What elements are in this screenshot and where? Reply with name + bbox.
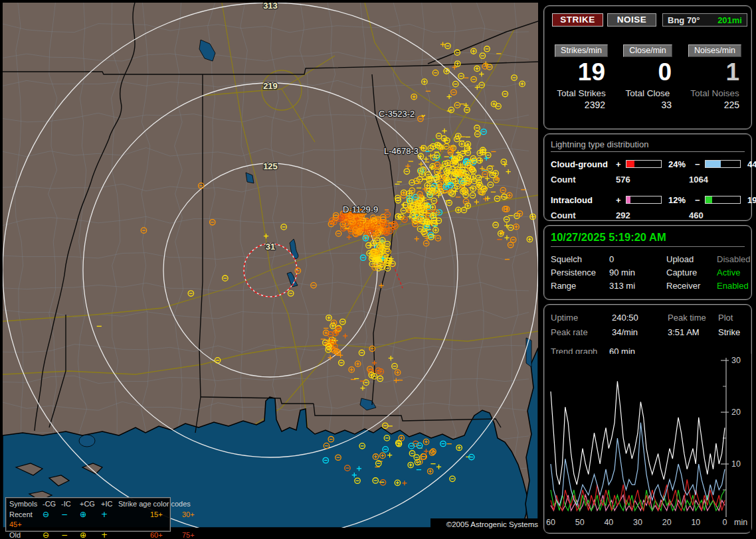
legend-row-old: Old⊖−⊕+60+75+90+ [9,530,167,539]
cg-plus-count: 576 [616,175,689,185]
strike-stats-box: STRIKE NOISE Bng 70° 201mi Strikes/min 1… [543,5,752,129]
total-close-label: Total Close [614,88,681,98]
close-column: Close/min 0 Total Close 33 [614,44,681,110]
receiver-value: Enabled [717,281,749,291]
strikes-column: Strikes/min 19 Total Strikes 2392 [548,44,614,110]
age-code: 30+ [182,510,211,520]
range-label: Range [551,281,609,291]
cell-label: L-4678-3 [384,146,419,156]
uptime-row: Uptime 240:50 Peak time Plot [551,310,745,325]
status-box: 10/27/2025 5:19:20 AM Squelch 0 Upload D… [543,225,752,300]
capture-label: Capture [666,268,717,277]
close-per-min-button[interactable]: Close/min [623,44,672,57]
legend-col-pic: +IC [101,499,118,510]
ic-plus-pct: 12% [664,195,695,205]
status-row: Squelch 0 Upload Disabled [551,252,745,266]
noises-rate: 1 [681,58,749,86]
copyright-text: ©2005 Astrogenic Systems [430,518,541,532]
intracloud-row: Intracloud + 12% − 19% [551,193,745,207]
cg-count-label: Count [551,175,616,185]
capture-value: Active [717,268,745,277]
strikes-rate: 19 [548,58,614,86]
uptime-value: 240:50 [612,313,668,323]
svg-text:0: 0 [723,518,727,527]
legend-symbol--IC: − [61,530,80,539]
squelch-value: 0 [609,254,666,264]
noises-column: Noises/min 1 Total Noises 225 [681,44,749,110]
legend-symbol--IC: − [61,510,80,520]
legend-symbol--CG: ⊖ [43,530,61,539]
svg-text:31: 31 [266,242,275,252]
total-noises-label: Total Noises [681,88,749,98]
cg-minus-bar [705,160,741,168]
svg-text:20: 20 [662,518,672,527]
strikes-per-min-button[interactable]: Strikes/min [555,44,608,57]
cell-label: D-1129-9 [343,204,378,214]
lightning-distribution-box: Lightning type distribution Cloud-ground… [543,133,752,221]
svg-text:50: 50 [575,518,585,527]
svg-text:−: − [425,147,430,156]
plus-sign: + [616,159,626,169]
svg-text:min: min [734,518,747,527]
svg-text:125: 125 [263,161,278,171]
svg-text:219: 219 [263,81,278,91]
legend-age-title: Strike age color codes [118,499,211,510]
receiver-label: Receiver [666,281,717,291]
svg-text:30: 30 [633,518,642,527]
status-row: Persistence 90 min Capture Active [551,266,745,279]
noises-per-min-button[interactable]: Noises/min [688,44,741,57]
cg-minus-count: 1064 [689,175,745,185]
legend-symbol-+IC: + [101,530,118,539]
total-close-value: 33 [614,100,681,110]
age-code: 45+ [9,520,43,530]
bearing-label: Bng 70° [668,15,700,25]
upload-label: Upload [666,254,717,264]
ic-minus-bar [705,196,741,204]
range-value: 201mi [717,15,742,25]
svg-text:⌄: ⌄ [420,110,426,119]
svg-text:40: 40 [604,518,613,527]
age-code: 75+ [182,530,211,539]
stat-grid: Strikes/min 19 Total Strikes 2392 Close/… [548,44,749,110]
legend-col-pcg: +CG [80,499,101,510]
cg-count-row: Count 576 1064 [551,171,745,187]
svg-text:20: 20 [731,408,741,417]
svg-text:10: 10 [691,518,700,527]
intracloud-label: Intracloud [551,195,616,205]
age-code: 60+ [150,530,182,539]
trend-box: Uptime 240:50 Peak time Plot Peak rate 3… [543,304,752,534]
cloud-ground-row: Cloud-ground + 24% − 44% [551,157,745,171]
peak-rate-value: 34/min [612,327,668,337]
legend-header-row: Symbols -CG -IC +CG +IC Strike age color… [9,499,167,510]
legend-col-ncg: -CG [43,499,61,510]
total-strikes-label: Total Strikes [548,88,614,98]
status-row: Range 313 mi Receiver Enabled [551,279,745,292]
svg-text:60: 60 [546,518,555,527]
map-canvas[interactable]: 31125219313C-3523-2⌄L-4678-3−D-1129-9− [3,3,538,528]
plus-sign: + [616,195,626,205]
strike-button[interactable]: STRIKE [552,13,603,27]
minus-sign: − [695,195,705,205]
ic-minus-pct: 19% [743,195,756,205]
cg-plus-bar [626,160,662,168]
ic-plus-count: 292 [616,210,689,220]
close-rate: 0 [614,58,681,86]
bearing-range-display: Bng 70° 201mi [662,13,747,27]
map-svg: 31125219313C-3523-2⌄L-4678-3−D-1129-9− [3,3,538,528]
plot-value: Strike [718,327,745,337]
trend-chart: 1020306050403020100min [545,354,751,532]
cloud-ground-label: Cloud-ground [551,159,616,169]
peak-rate-row: Peak rate 34/min 3:51 AM Strike [551,325,745,339]
noise-button[interactable]: NOISE [607,13,656,27]
total-noises-value: 225 [681,100,749,110]
upload-value: Disabled [717,254,751,264]
minus-sign: − [695,159,705,169]
legend-symbol-+CG: ⊕ [80,510,101,520]
squelch-label: Squelch [551,254,609,264]
peak-time-label: Peak time [668,313,718,323]
legend-symbols-label: Symbols [9,499,43,510]
total-strikes-value: 2392 [548,100,614,110]
peak-rate-label: Peak rate [551,327,612,337]
persistence-label: Persistence [551,268,609,277]
legend-col-nic: -IC [61,499,80,510]
